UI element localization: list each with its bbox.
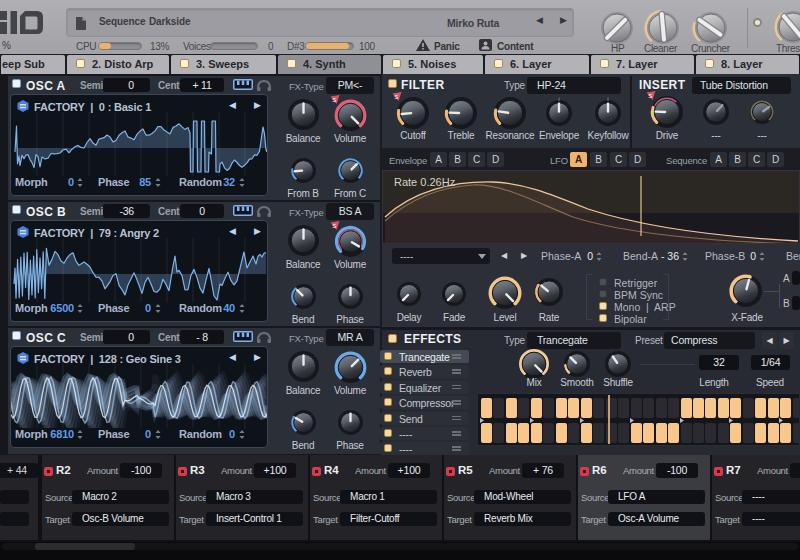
svg-text:S: S (332, 96, 336, 102)
svg-text:S: S (394, 94, 398, 100)
svg-text:S: S (332, 222, 336, 228)
svg-text:S: S (648, 93, 652, 99)
